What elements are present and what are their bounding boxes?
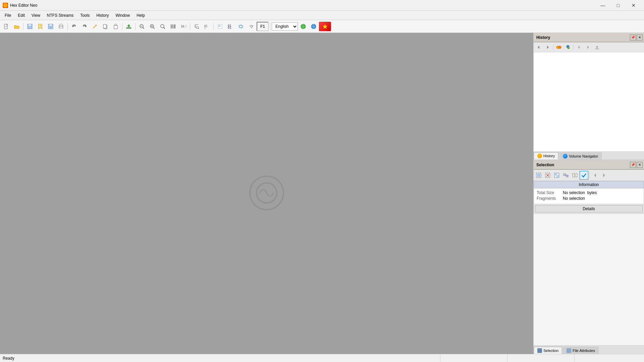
svg-rect-9 [29,27,31,28]
print-button[interactable] [56,22,66,31]
offset-button[interactable]: 10:11 [178,22,189,31]
columns-button[interactable] [168,22,178,31]
svg-line-39 [198,28,199,29]
fileattr-tab-label: File Attributes [573,349,595,353]
globe-green-button[interactable] [298,22,308,31]
menu-bar: File Edit View NTFS Streams Tools Histor… [0,11,644,20]
history-record-button[interactable] [554,43,563,51]
svg-rect-20 [103,24,106,28]
tab-volume-navigator[interactable]: Volume Navigator [559,152,602,160]
selection-bottom-tabs: Selection File Attributes [534,345,644,354]
history-panel-tabs: History Volume Navigator [534,151,644,160]
menu-view[interactable]: View [28,11,44,20]
svg-rect-5 [5,26,7,27]
close-button[interactable]: ✕ [626,0,641,11]
selection-tab-icon [537,348,542,353]
history-forward-button[interactable] [543,43,552,51]
svg-text:1: 1 [204,27,206,29]
bits-button[interactable]: 0101 [225,22,235,31]
bookmark-button[interactable]: ★ [35,22,45,31]
undo-button[interactable] [69,22,79,31]
menu-help[interactable]: Help [133,11,148,20]
svg-rect-4 [5,26,7,26]
history-nav-left-button[interactable] [575,43,583,51]
save-as-button[interactable]: + [46,22,56,31]
menu-tools[interactable]: Tools [77,11,93,20]
zoom-out-button[interactable] [137,22,147,31]
find-button[interactable] [192,22,202,31]
copy-button[interactable] [100,22,110,31]
new-file-button[interactable] [1,22,11,31]
svg-line-27 [143,27,144,29]
history-nav-right-button[interactable] [584,43,592,51]
selection-info: Information Total Size No selection byte… [534,181,644,345]
history-panel: History 📌 ✕ [534,33,644,160]
paste-button[interactable] [111,22,121,31]
sel-invert-button[interactable] [552,171,561,180]
sel-prev-button[interactable] [591,171,599,180]
sel-none-button[interactable] [543,171,552,180]
svg-rect-22 [115,24,117,25]
svg-marker-60 [578,46,580,49]
toolbar-sep-6 [213,23,214,30]
redo-button[interactable] [79,22,90,31]
sel-next-button[interactable] [600,171,608,180]
menu-edit[interactable]: Edit [14,11,28,20]
export-button[interactable] [124,22,134,31]
tab-file-attributes[interactable]: File Attributes [563,347,599,354]
selection-panel-controls: 📌 ✕ [630,162,643,168]
title-bar: Hex Editor Neo — □ ✕ [0,0,644,11]
svg-marker-51 [323,24,327,29]
edit-button[interactable] [90,22,100,31]
selection-pin-button[interactable]: 📌 [630,162,636,168]
select-button[interactable] [215,22,225,31]
volume-tab-icon [563,154,568,159]
editor-area [0,33,533,354]
settings-button[interactable] [246,22,256,31]
tab-selection[interactable]: Selection [534,347,562,354]
total-size-row: Total Size No selection bytes [537,190,641,195]
history-sep-2 [573,44,574,50]
total-size-value: No selection bytes [563,190,597,195]
help-f1-button[interactable]: F1 [257,22,269,31]
toolbar-sep-3 [122,23,122,30]
svg-rect-21 [114,25,117,29]
sync-button[interactable] [236,22,246,31]
history-add-button[interactable] [564,43,572,51]
svg-rect-72 [564,174,566,176]
svg-rect-71 [557,175,559,178]
history-back-button[interactable] [534,43,543,51]
history-close-button[interactable]: ✕ [637,35,643,41]
selection-close-button[interactable]: ✕ [637,162,643,168]
toolbar-sep-5 [190,23,190,30]
selection-panel-header: Selection 📌 ✕ [534,160,644,170]
svg-rect-43 [219,25,220,27]
menu-history[interactable]: History [93,11,112,20]
sel-confirm-button[interactable] [580,171,588,180]
maximize-button[interactable]: □ [610,0,626,11]
zoom-in-button[interactable] [147,22,157,31]
globe-blue-button[interactable] [309,22,319,31]
insert-bytes-button[interactable]: 011 [202,22,212,31]
svg-point-57 [558,46,561,49]
svg-point-59 [568,47,570,49]
menu-window[interactable]: Window [112,11,133,20]
menu-file[interactable]: File [1,11,14,20]
sel-split-button[interactable] [571,171,579,180]
history-pin-button[interactable]: 📌 [630,35,636,41]
details-button[interactable]: Details [535,205,643,213]
activate-button[interactable] [319,22,331,31]
save-button[interactable] [25,22,35,31]
svg-line-33 [164,27,165,29]
minimize-button[interactable]: — [595,0,610,11]
open-button[interactable] [12,22,22,31]
fragments-value: No selection [563,196,585,201]
menu-ntfs-streams[interactable]: NTFS Streams [44,11,77,20]
status-panel-1 [440,354,507,362]
language-select[interactable]: English Russian German [272,22,298,31]
sel-merge-button[interactable] [561,171,570,180]
sel-all-button[interactable] [534,171,543,180]
history-export-button[interactable] [593,43,601,51]
zoom-fit-button[interactable] [158,22,168,31]
tab-history[interactable]: History [534,152,558,160]
